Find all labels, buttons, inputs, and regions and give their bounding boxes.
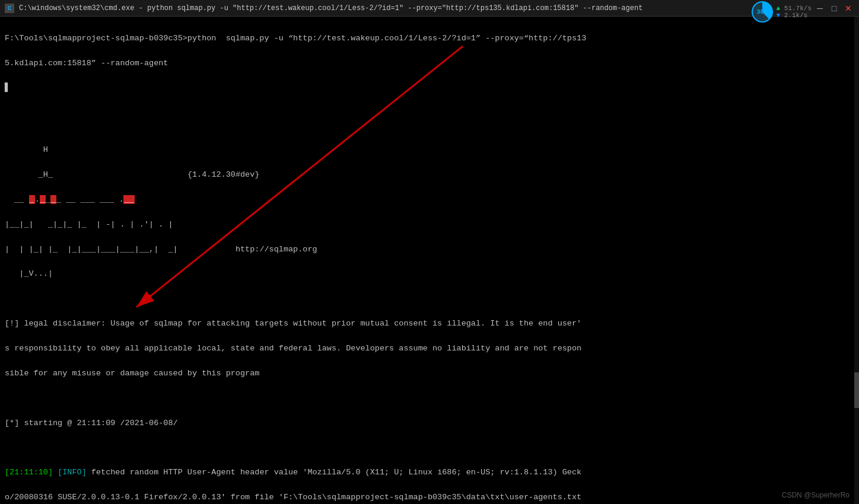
watermark: CSDN @SuperherRo	[782, 491, 850, 499]
upload-speed: ▲ 51.7k/s	[777, 5, 812, 12]
ascii-art-line2: _H_ {1.4.12.30#dev}	[5, 169, 854, 181]
scrollbar-thumb[interactable]	[854, 372, 859, 408]
blank-4	[5, 442, 854, 454]
terminal-output: F:\Tools\sqlmapproject-sqlmap-b039c35>py…	[0, 17, 859, 504]
scrollbar[interactable]	[854, 17, 859, 504]
download-speed: ▼ 2.1k/s	[777, 12, 812, 19]
minimize-button[interactable]: ─	[814, 2, 826, 14]
close-button[interactable]: ✕	[842, 2, 854, 14]
ascii-art-line1: H	[5, 144, 854, 157]
cmd-line-2: 5.kdlapi.com:15818” --random-agent	[5, 58, 854, 70]
title-bar-text: C:\windows\system32\cmd.exe - python sql…	[19, 4, 854, 12]
blank-2	[5, 293, 854, 305]
ascii-art-line4: |__|_| _|_|_ |_ | -| . | .'| . |	[5, 219, 854, 231]
network-indicator: 38% ▲ 51.7k/s ▼ 2.1k/s	[752, 1, 812, 23]
ascii-art-line3: __ _.____ __ ___ ___ .__	[5, 194, 854, 206]
disclaimer-3: sible for any misuse or damage caused by…	[5, 368, 854, 380]
cpu-percent: 38%	[757, 9, 768, 15]
log-line-1: [21:11:10] [INFO] fetched random HTTP Us…	[5, 467, 854, 479]
blank-3	[5, 393, 854, 405]
disclaimer-2: s responsibility to obey all applicable …	[5, 343, 854, 355]
disclaimer-1: [!] legal disclaimer: Usage of sqlmap fo…	[5, 318, 854, 330]
cmd-icon: C	[5, 4, 14, 13]
title-bar: C C:\windows\system32\cmd.exe - python s…	[0, 0, 859, 17]
blank-1	[5, 107, 854, 119]
cursor-line: ▋	[5, 82, 854, 95]
ascii-art-line6: |_V...|	[5, 268, 854, 280]
restore-button[interactable]: □	[828, 2, 840, 14]
log-line-2: o/20080316 SUSE/2.0.0.13-0.1 Firefox/2.0…	[5, 492, 854, 504]
cpu-usage-circle: 38%	[752, 1, 773, 23]
cmd-line-1: F:\Tools\sqlmapproject-sqlmap-b039c35>py…	[5, 33, 854, 45]
starting-line: [*] starting @ 21:11:09 /2021-06-08/	[5, 417, 854, 430]
ascii-art-line5: | | |_| |_ |_|___|___|___|__,| _| http:/…	[5, 244, 854, 256]
title-bar-controls: ─ □ ✕	[814, 2, 854, 14]
network-stats: ▲ 51.7k/s ▼ 2.1k/s	[777, 5, 812, 19]
